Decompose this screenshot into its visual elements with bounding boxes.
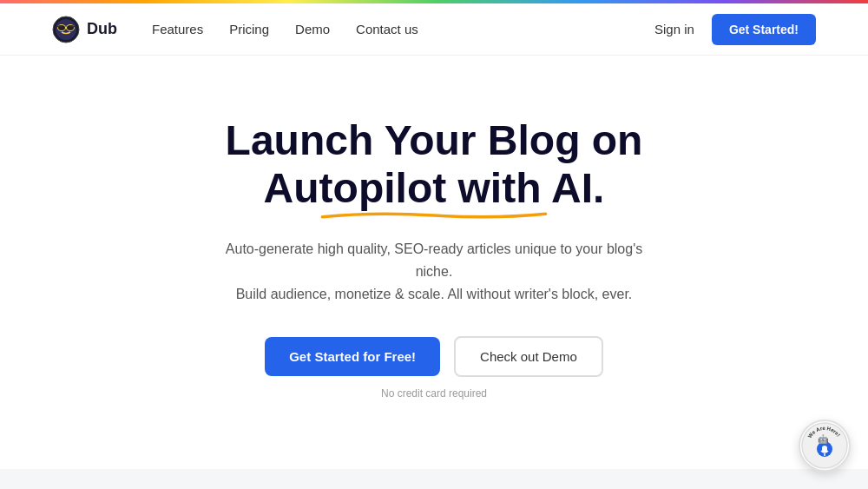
chat-bubble-icon: We Are Here! 🤖 — [800, 421, 849, 470]
nav-links: Features Pricing Demo Contact us — [152, 22, 654, 36]
hero-buttons: Get Started for Free! Check out Demo — [265, 336, 603, 377]
svg-text:🤖: 🤖 — [818, 433, 829, 445]
nav-features[interactable]: Features — [152, 22, 203, 36]
hero-subtitle: Auto-generate high quality, SEO-ready ar… — [208, 238, 660, 305]
chat-bubble-inner: We Are Here! 🤖 — [800, 421, 849, 470]
no-credit-card-label: No credit card required — [381, 387, 487, 400]
nav-pricing[interactable]: Pricing — [229, 22, 269, 36]
hero-title-text: Launch Your Blog on Autopilot with AI. — [226, 117, 643, 211]
nav-right: Sign in Get Started! — [654, 14, 816, 45]
hero-section: Launch Your Blog on Autopilot with AI. A… — [0, 56, 868, 469]
underline-decoration-icon — [295, 210, 573, 221]
hero-title: Launch Your Blog on Autopilot with AI. — [130, 116, 738, 212]
nav-contact[interactable]: Contact us — [356, 22, 418, 36]
nav-get-started-button[interactable]: Get Started! — [712, 14, 816, 45]
brand-name: Dub — [87, 20, 117, 38]
get-started-free-button[interactable]: Get Started for Free! — [265, 337, 440, 376]
chat-bubble-button[interactable]: We Are Here! 🤖 — [799, 420, 851, 472]
brand-logo-link[interactable]: Dub — [52, 16, 117, 43]
features-section: 🚗 Blog Automation Ready, Set, Go! Contro… — [0, 469, 868, 489]
sign-in-button[interactable]: Sign in — [654, 22, 694, 36]
navbar: Dub Features Pricing Demo Contact us Sig… — [0, 3, 868, 56]
nav-demo[interactable]: Demo — [295, 22, 330, 36]
check-out-demo-button[interactable]: Check out Demo — [454, 336, 603, 377]
brand-logo-icon — [52, 16, 80, 43]
